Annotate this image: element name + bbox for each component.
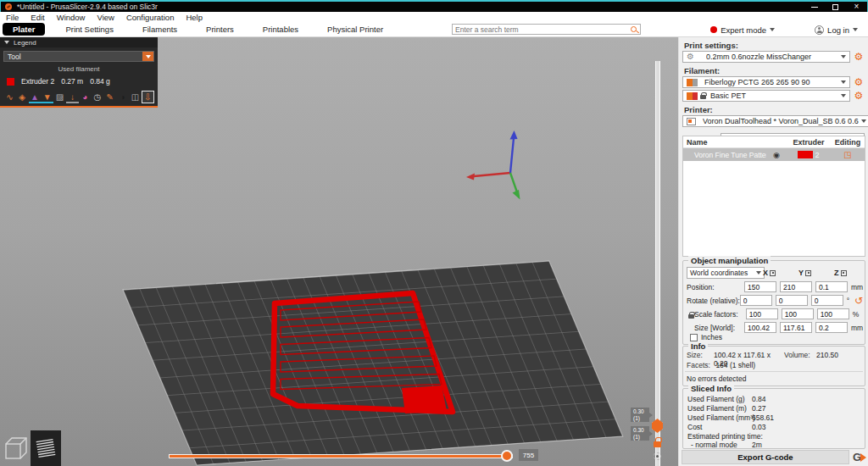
gcode-move-slider-handle[interactable] [501,450,513,462]
close-button[interactable]: × [846,2,867,12]
size-y-input[interactable] [780,322,812,333]
object-list: Name Extruder Editing Voron Fine Tune Pa… [682,136,865,257]
search-icon[interactable] [631,26,637,32]
printer-dropdown[interactable]: Voron DualToolhead * Voron_Dual_SB 0.6 0… [682,115,868,127]
export-gcode-button[interactable]: Export G-code [682,450,849,464]
extruder-length: 0.27 m [61,77,83,86]
color-changes-icon[interactable]: ◕ [79,91,92,103]
print-time-mode: - normal mode [691,441,737,449]
tab-plater[interactable]: Plater [3,23,45,36]
size-z-input[interactable] [815,322,848,333]
rotate-y-input[interactable] [776,295,808,306]
login-button[interactable]: Log in [815,22,858,37]
preview-view-button[interactable] [31,430,61,466]
deretractions-icon[interactable]: ▼ [41,92,53,102]
position-label: Position: [687,283,744,291]
object-row-selected[interactable]: Voron Fine Tune Pattern.stl ◉ 2 ◳ [683,148,865,161]
wipe-icon[interactable]: ◈ [16,91,29,103]
center-of-gravity-icon[interactable]: ◑ [116,91,129,103]
mode-selector[interactable]: Expert mode [710,22,775,37]
pause-prints-icon[interactable]: ◷ [92,91,104,103]
layer-slider-track[interactable] [655,61,660,466]
travel-moves-icon[interactable]: ∿ [3,91,16,103]
uniform-scale-lock-icon[interactable] [688,314,694,319]
tab-print-settings[interactable]: Print Settings [57,23,122,36]
print-settings-dropdown[interactable]: ⚙ 0.2mm 0.6nozzle MissChanger [682,51,850,63]
position-x-input[interactable] [744,281,776,292]
filament-1-value: Fiberlogy PCTG 265 265 90 90 [704,78,838,86]
divider [685,371,863,372]
size-x-input[interactable] [744,322,776,333]
tab-printables[interactable]: Printables [254,23,307,36]
visibility-eye-icon[interactable]: ◉ [766,151,787,159]
legend-view-dropdown[interactable]: Tool [3,51,154,62]
scale-y-input[interactable] [782,308,814,319]
menu-configuration[interactable]: Configuration [120,12,181,22]
seams-icon[interactable]: ▨ [53,91,66,103]
search-input[interactable] [453,25,631,34]
gcode-move-slider-track[interactable] [169,454,513,458]
menu-help[interactable]: Help [180,12,209,22]
tab-bar: Plater Print Settings Filaments Printers… [0,22,868,37]
axis-header-y: Y [798,269,811,277]
retractions-icon[interactable]: ▲ [29,92,42,102]
filament-2-edit-gear-button[interactable]: ⚙ [853,90,865,102]
rotate-x-input[interactable] [740,295,772,306]
tool-marker-icon[interactable]: ⇩ [142,91,154,103]
shells-icon[interactable]: ◫ [129,91,142,103]
tool-changes-icon[interactable]: ↓ [66,92,79,102]
position-z-input[interactable] [815,281,848,292]
legend-panel: Legend Tool Used filament Extruder 2 0.2… [0,37,158,108]
scale-z-input[interactable] [817,308,849,319]
tab-filaments[interactable]: Filaments [134,23,186,36]
position-y-input[interactable] [780,281,812,292]
printer-label: Printer: [684,105,865,114]
filament-label: Filament: [684,66,865,75]
menu-file[interactable]: File [0,12,25,22]
print-settings-edit-gear-button[interactable]: ⚙ [853,51,865,63]
layer-slider-lower-handle[interactable] [654,452,661,460]
filament-1-edit-gear-button[interactable]: ⚙ [853,76,865,88]
menu-window[interactable]: Window [51,12,92,22]
rotate-label: Rotate (relative): [687,297,740,305]
axis-select-icon[interactable] [841,270,847,276]
inches-checkbox[interactable] [690,334,698,341]
errors-status: No errors detected [687,374,746,383]
minimize-button[interactable] [804,2,825,12]
prusaslicer-window: *Untitled - PrusaSlicer-2.9.4 based on S… [0,0,868,466]
3d-viewport[interactable]: Legend Tool Used filament Extruder 2 0.2… [0,37,678,466]
filament-2-dropdown[interactable]: Basic PET [682,90,850,102]
filament-1-dropdown[interactable]: Fiberlogy PCTG 265 265 90 90 [682,76,850,88]
extruder-label: Extruder 2 [21,77,54,86]
maximize-button[interactable] [825,2,846,12]
search-box[interactable] [452,24,641,35]
tab-printers[interactable]: Printers [198,23,242,36]
rotate-z-input[interactable] [811,295,843,306]
custom-gcode-icon[interactable]: ✎ [103,91,116,103]
print-settings-value: 0.2mm 0.6nozzle MissChanger [706,53,838,61]
send-gcode-button[interactable]: G [853,451,866,463]
axis-select-icon[interactable] [805,270,811,276]
object-extruder-swatch[interactable] [798,151,813,158]
menu-edit[interactable]: Edit [25,12,50,22]
feature-toggle-row: ∿ ◈ ▲ ▼ ▨ ↓ ◕ ◷ ✎ ◑ ◫ ⇩ [3,91,154,103]
reset-rotation-icon[interactable]: ↺ [854,296,863,306]
filament-2-color-swatch [687,92,698,100]
layer-slider-lock-icon[interactable] [654,441,661,447]
axis-select-icon[interactable] [770,270,776,276]
column-name: Name [683,138,766,147]
3d-editor-view-button[interactable] [0,430,31,466]
layer-lower-value: 0.30 [633,427,644,434]
dropdown-arrow-icon[interactable] [142,52,153,61]
print-settings-label: Print settings: [684,41,865,50]
chevron-down-icon [861,119,866,123]
tab-physical-printer[interactable]: Physical Printer [319,23,392,36]
scale-x-input[interactable] [746,308,778,319]
coordinates-dropdown[interactable]: World coordinates [687,267,765,279]
object-editing-icon[interactable]: ◳ [843,150,851,159]
menu-view[interactable]: View [91,12,120,22]
used-filament-mm3-label: Used Filament (mm³) [687,413,755,422]
axis-header-x: X [763,269,776,277]
legend-header[interactable]: Legend [0,37,158,47]
cube-icon [3,435,28,462]
